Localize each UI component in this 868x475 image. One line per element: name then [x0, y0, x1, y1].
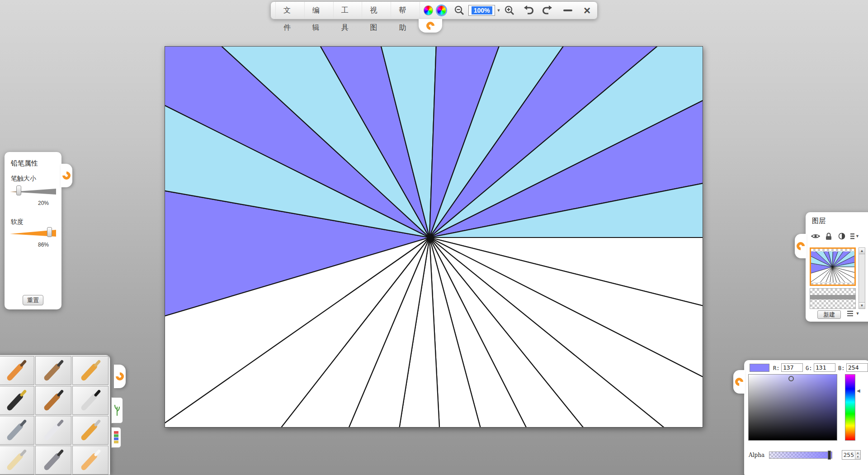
- pencil-panel-handle[interactable]: [61, 164, 72, 187]
- tool-palette-knife[interactable]: [35, 416, 71, 445]
- pencil-properties-panel: 铅笔属性 笔触大小 20% 软度 86% 重置: [5, 152, 61, 309]
- handle-icon: [733, 376, 745, 387]
- paint-roller-icon: [77, 417, 104, 443]
- redo-button[interactable]: [541, 5, 553, 16]
- layer-item-selected[interactable]: [810, 247, 856, 286]
- layers-scrollbar[interactable]: ▲ ▼: [859, 247, 865, 309]
- layer-options-button[interactable]: ▼: [850, 232, 859, 240]
- red-input[interactable]: [781, 363, 803, 372]
- menu-tools[interactable]: 工具: [334, 2, 363, 19]
- brush-size-label: 笔触大小: [11, 175, 36, 183]
- extra-tool-plant[interactable]: [111, 397, 123, 423]
- tool-ink-brush[interactable]: [72, 386, 108, 415]
- green-input[interactable]: [814, 363, 835, 372]
- undo-button[interactable]: [523, 5, 535, 16]
- pencil-panel-title: 铅笔属性: [11, 159, 38, 168]
- layer-visibility-button[interactable]: [811, 232, 820, 240]
- layers-panel-handle[interactable]: [795, 234, 807, 258]
- zoom-out-button[interactable]: [453, 5, 465, 16]
- spin-up-icon[interactable]: ▲: [855, 451, 860, 455]
- sketch-pencil-icon: [40, 357, 67, 384]
- zoom-dropdown-arrow[interactable]: ▼: [496, 8, 501, 13]
- color-panel-handle[interactable]: [733, 370, 745, 394]
- menu-help[interactable]: 帮助: [391, 2, 420, 19]
- green-label: G:: [806, 365, 812, 371]
- layer-thumbnail: [811, 252, 854, 282]
- brush-size-thumb[interactable]: [16, 185, 21, 195]
- paintbrush-icon: [40, 387, 67, 413]
- softness-thumb[interactable]: [47, 227, 52, 237]
- color-strip-icon: [113, 431, 119, 444]
- ink-brush-icon: [77, 387, 104, 413]
- handle-icon: [114, 370, 125, 382]
- red-label: R:: [773, 365, 779, 371]
- tool-sketch-pencil[interactable]: [35, 356, 71, 385]
- redo-icon: [541, 5, 553, 16]
- minimize-icon: [563, 10, 572, 11]
- alpha-gradient: [769, 452, 832, 458]
- softness-label: 软度: [11, 218, 24, 226]
- menu-bar: 文件编辑工具视图帮助: [275, 2, 420, 19]
- tool-eraser[interactable]: [72, 446, 108, 475]
- fountain-pen-icon: [3, 387, 30, 413]
- hue-marker-icon: ◀: [857, 388, 860, 393]
- plant-icon: [113, 404, 121, 417]
- paint-tube-icon: [3, 447, 30, 473]
- tool-quill[interactable]: [35, 446, 71, 475]
- airbrush-icon: [3, 417, 30, 443]
- saturation-value-picker[interactable]: [748, 374, 837, 441]
- alpha-handle[interactable]: [828, 451, 831, 460]
- tool-paintbrush[interactable]: [35, 386, 71, 415]
- eraser-icon: [77, 447, 104, 473]
- spinner-arrows[interactable]: ▲▼: [855, 451, 860, 459]
- lock-icon: [826, 233, 832, 240]
- tool-pencil[interactable]: [0, 356, 34, 385]
- softness-slider[interactable]: [10, 228, 56, 237]
- hue-slider[interactable]: [845, 374, 855, 441]
- tool-palette-handle[interactable]: [114, 365, 126, 388]
- scroll-down-icon[interactable]: ▼: [859, 302, 865, 309]
- pencil-icon: [3, 357, 30, 384]
- layer-item[interactable]: [810, 288, 856, 309]
- close-button[interactable]: ×: [581, 5, 593, 16]
- toolbar-handle[interactable]: [419, 19, 442, 33]
- quill-icon: [40, 447, 67, 473]
- tool-paint-tube[interactable]: [0, 446, 34, 475]
- new-layer-button[interactable]: 新建: [817, 310, 841, 319]
- current-color-swatch: [750, 364, 769, 372]
- alpha-spinbox[interactable]: 255 ▲▼: [842, 450, 861, 460]
- tool-grid: [0, 356, 108, 475]
- color-wheel-active-icon[interactable]: [437, 5, 446, 15]
- handle-icon: [61, 170, 72, 181]
- extra-tool-colors[interactable]: [111, 427, 121, 448]
- menu-file[interactable]: 文件: [275, 2, 305, 19]
- spin-down-icon[interactable]: ▼: [855, 455, 860, 459]
- layer-toolbar: ▼: [811, 232, 859, 240]
- brush-size-slider[interactable]: [10, 186, 56, 195]
- zoom-level-value: 100%: [472, 6, 492, 14]
- zoom-level-input[interactable]: 100%: [468, 5, 495, 16]
- tool-crayon[interactable]: [72, 356, 108, 385]
- sv-cursor[interactable]: [788, 376, 794, 381]
- handle-icon: [425, 20, 436, 31]
- magnifier-minus-icon: [454, 5, 465, 16]
- reset-button[interactable]: 重置: [23, 295, 43, 305]
- blue-input[interactable]: [846, 363, 868, 372]
- alpha-slider[interactable]: [769, 451, 832, 459]
- tool-airbrush[interactable]: [0, 416, 34, 445]
- menu-edit[interactable]: 编辑: [305, 2, 334, 19]
- color-picker-panel: R: G: B: ◀ Alpha 255 ▲▼: [744, 360, 868, 475]
- tool-fountain-pen[interactable]: [0, 386, 34, 415]
- zoom-in-button[interactable]: [504, 5, 515, 16]
- menu-view[interactable]: 视图: [362, 2, 391, 19]
- layer-list-options-button[interactable]: ▼: [847, 311, 860, 316]
- color-wheel-icon[interactable]: [424, 5, 433, 15]
- layer-lock-button[interactable]: [824, 232, 833, 240]
- layer-thumbnail-partial: [810, 295, 855, 299]
- contrast-icon: [838, 233, 845, 240]
- minimize-button[interactable]: [562, 5, 573, 16]
- scroll-up-icon[interactable]: ▲: [859, 248, 865, 254]
- tool-paint-roller[interactable]: [72, 416, 108, 445]
- layer-blend-button[interactable]: [837, 232, 846, 240]
- drawing-canvas[interactable]: [165, 46, 703, 428]
